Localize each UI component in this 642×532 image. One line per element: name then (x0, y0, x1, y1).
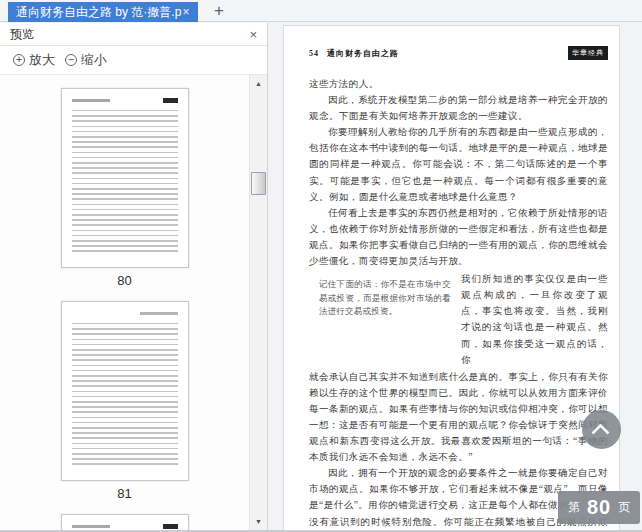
thumbnail-page-image[interactable] (61, 514, 189, 530)
thumbnail-text-lines (72, 323, 178, 469)
page-indicator-number: 80 (587, 496, 611, 519)
body-paragraph: 我们所知道的事实仅仅是由一些观点构成的，一旦你改变了观点，事实也将改变。当然，我… (461, 271, 608, 368)
pull-quote: 记住下面的话：你不是在市场中交易或投资，而是根据你对市场的看法进行交易或投资。 (309, 271, 451, 368)
page-indicator: 第 80 页 (558, 491, 640, 524)
sidebar-scrollbar[interactable]: ▲ ▼ (249, 75, 267, 530)
thumbnail-mini-header (72, 98, 178, 103)
thumbnail-list: 8081 (0, 75, 249, 530)
page-thumbnail[interactable]: 81 (0, 301, 249, 501)
thumbnail-mini-header (72, 311, 178, 316)
zoom-in-label: 放大 (29, 51, 55, 69)
book-page: 54 通向财务自由之路 华章经典 这些方法的人。因此，系统开发模型第二步的第一部… (283, 25, 620, 530)
book-title: 通向财务自由之路 (327, 48, 399, 59)
thumbnail-mini-badge (163, 98, 178, 103)
browser-tab-bar: 通向财务自由之路 by 范·撒普.p × + (0, 0, 642, 22)
thumbnail-text-lines (72, 110, 178, 256)
thumbnail-mini-header (72, 524, 178, 529)
body-paragraph: 任何看上去是事实的东西仍然是相对的，它依赖于所处情形的语义，也依赖于你对所处情形… (309, 205, 608, 269)
scrollbar-thumb[interactable] (251, 172, 266, 195)
thumbnail-page-label: 81 (0, 486, 249, 501)
body-paragraph: 你要理解别人教给你的几乎所有的东西都是由一些观点形成的，包括你在这本书中读到的每… (309, 124, 608, 204)
zoom-toolbar: + 放大 − 缩小 (0, 46, 267, 75)
page-indicator-suffix: 页 (618, 499, 630, 516)
thumbnail-page-image[interactable] (61, 88, 189, 268)
book-page-body: 这些方法的人。因此，系统开发模型第二步的第一部分就是培养一种完全开放的观念。下面… (309, 76, 608, 530)
series-badge: 华章经典 (568, 46, 608, 60)
body-paragraph: 就会承认自己其实并不知道到底什么是真的。事实上，你只有有关你赖以生存的这个世界的… (309, 369, 608, 466)
thumbnail-page-image[interactable] (61, 301, 189, 481)
scroll-to-top-button[interactable] (582, 410, 621, 449)
book-page-header: 54 通向财务自由之路 华章经典 (309, 46, 608, 60)
thumbnail-mini-title (140, 312, 178, 315)
body-paragraph: 这些方法的人。 (309, 76, 608, 92)
chevron-up-icon (591, 423, 609, 441)
thumbnail-mini-title (72, 525, 110, 528)
page-indicator-prefix: 第 (568, 499, 580, 516)
page-thumbnail[interactable] (0, 514, 249, 530)
book-page-number: 54 (309, 49, 319, 58)
page-thumbnail[interactable]: 80 (0, 88, 249, 288)
scrollbar-down-arrow-icon[interactable]: ▼ (250, 513, 267, 530)
preview-sidebar: 预览 × + 放大 − 缩小 8081 ▲ ▼ (0, 23, 268, 530)
tab-close-icon[interactable]: × (179, 2, 193, 22)
document-pane[interactable]: 54 通向财务自由之路 华章经典 这些方法的人。因此，系统开发模型第二步的第一部… (269, 23, 642, 530)
sidebar-close-icon[interactable]: × (249, 27, 257, 42)
zoom-in-icon: + (13, 54, 25, 66)
new-tab-button[interactable]: + (210, 0, 228, 22)
thumbnail-mini-title (72, 99, 110, 102)
zoom-out-icon: − (65, 54, 77, 66)
thumbnail-mini-badge (163, 524, 178, 529)
pull-quote-row: 记住下面的话：你不是在市场中交易或投资，而是根据你对市场的看法进行交易或投资。我… (309, 271, 608, 368)
tab-pdf-document[interactable]: 通向财务自由之路 by 范·撒普.p × (8, 2, 198, 22)
tab-title: 通向财务自由之路 by 范·撒普.p (16, 5, 181, 19)
sidebar-title: 预览 (10, 26, 34, 43)
zoom-out-button[interactable]: − 缩小 (65, 51, 107, 69)
zoom-out-label: 缩小 (81, 51, 107, 69)
scrollbar-up-arrow-icon[interactable]: ▲ (250, 75, 267, 92)
zoom-in-button[interactable]: + 放大 (13, 51, 55, 69)
thumbnail-page-label: 80 (0, 273, 249, 288)
sidebar-header: 预览 × (0, 23, 267, 46)
body-paragraph: 因此，系统开发模型第二步的第一部分就是培养一种完全开放的观念。下面是有关如何培养… (309, 92, 608, 124)
